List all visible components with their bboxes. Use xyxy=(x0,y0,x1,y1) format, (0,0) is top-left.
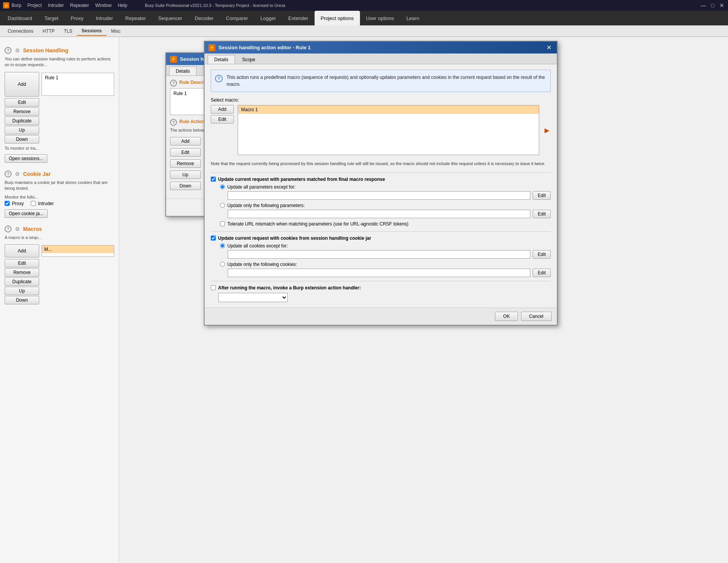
update-all-cookies-label: Update all cookies except for: xyxy=(227,243,288,249)
update-only-params-radio[interactable] xyxy=(220,203,225,208)
action-editor-info-text: This action runs a predefined macro (seq… xyxy=(227,74,546,88)
macro-duplicate-button[interactable]: Duplicate xyxy=(5,277,39,286)
after-running-label: After running the macro, invoke a Burp e… xyxy=(218,285,361,291)
menu-burp[interactable]: Burp xyxy=(12,3,21,8)
all-params-except-input[interactable] xyxy=(228,191,530,200)
minimize-button[interactable]: — xyxy=(700,2,706,8)
update-only-params-radio-row: Update only the following parameters: xyxy=(220,203,551,208)
macro-down-button[interactable]: Down xyxy=(5,296,39,304)
tab-logger[interactable]: Logger xyxy=(254,11,282,25)
action-editor-tab-details[interactable]: Details xyxy=(208,55,235,64)
cookie-jar-desc: Burp maintains a cookie jar that stores … xyxy=(5,180,114,192)
macro-list-item[interactable]: M... xyxy=(42,246,114,253)
cookie-jar-help-icon[interactable]: ? xyxy=(5,170,12,177)
rule-action-edit-button[interactable]: Edit xyxy=(170,148,201,157)
session-rule-editor-tab-details[interactable]: Details xyxy=(169,67,197,75)
subnav-connections[interactable]: Connections xyxy=(3,27,38,35)
session-down-button[interactable]: Down xyxy=(5,135,39,144)
session-handling-help-icon[interactable]: ? xyxy=(5,47,12,54)
tab-target[interactable]: Target xyxy=(38,11,65,25)
macro-remove-button[interactable]: Remove xyxy=(5,268,39,277)
close-button[interactable]: ✕ xyxy=(719,2,725,8)
action-editor-cancel-button[interactable]: Cancel xyxy=(521,312,551,321)
all-params-except-edit-button[interactable]: Edit xyxy=(533,191,551,200)
tab-decoder[interactable]: Decoder xyxy=(188,11,220,25)
subnav-misc[interactable]: Misc xyxy=(107,27,125,35)
only-params-input[interactable] xyxy=(228,210,530,218)
macro-select-add-button[interactable]: Add xyxy=(211,105,234,114)
update-all-cookies-radio[interactable] xyxy=(220,243,225,248)
rule-desc-help-icon[interactable]: ? xyxy=(170,80,177,87)
action-editor-close[interactable]: ✕ xyxy=(545,44,553,51)
session-edit-button[interactable]: Edit xyxy=(5,98,39,107)
intruder-checkbox[interactable] xyxy=(31,201,36,206)
session-up-button[interactable]: Up xyxy=(5,126,39,134)
session-rule-list: Rule 1 xyxy=(42,73,114,96)
rule-actions-help-icon[interactable]: ? xyxy=(170,119,177,126)
all-cookies-except-edit-button[interactable]: Edit xyxy=(533,250,551,259)
macro-select-area: Add Edit Macro 1 ▶ xyxy=(211,105,551,155)
proxy-checkbox[interactable] xyxy=(5,201,10,206)
macro-select-edit-button[interactable]: Edit xyxy=(211,115,234,124)
cookie-jar-gear-icon: ⚙ xyxy=(14,170,21,177)
update-params-checkbox[interactable] xyxy=(211,177,216,182)
only-cookies-input[interactable] xyxy=(228,269,530,277)
tab-comparer[interactable]: Comparer xyxy=(220,11,254,25)
rule-action-remove-button[interactable]: Remove xyxy=(170,159,201,168)
menu-project[interactable]: Project xyxy=(27,3,42,8)
session-duplicate-button[interactable]: Duplicate xyxy=(5,117,39,125)
subnav-tls[interactable]: TLS xyxy=(59,27,77,35)
action-editor-ok-button[interactable]: OK xyxy=(495,312,518,321)
update-all-params-radio[interactable] xyxy=(220,184,225,189)
update-cookies-checkbox[interactable] xyxy=(211,236,216,241)
macro-edit-button[interactable]: Edit xyxy=(5,259,39,267)
rule-action-down-button[interactable]: Down xyxy=(170,182,201,190)
tab-project-options[interactable]: Project options xyxy=(315,11,360,25)
session-remove-button[interactable]: Remove xyxy=(5,107,39,116)
maximize-button[interactable]: □ xyxy=(710,2,716,8)
extension-handler-dropdown[interactable] xyxy=(218,293,288,302)
open-sessions-button[interactable]: Open sessions... xyxy=(5,154,47,163)
rule-action-up-button[interactable]: Up xyxy=(170,170,201,179)
only-cookies-edit-button[interactable]: Edit xyxy=(533,269,551,277)
tab-sequencer[interactable]: Sequencer xyxy=(152,11,188,25)
tab-learn[interactable]: Learn xyxy=(400,11,425,25)
app-icon: ⚡ xyxy=(3,2,9,8)
macro-add-button[interactable]: Add xyxy=(5,244,39,257)
rule-action-add-button[interactable]: Add xyxy=(170,137,201,145)
tab-dashboard[interactable]: Dashboard xyxy=(2,11,38,25)
all-cookies-except-input[interactable] xyxy=(228,250,530,259)
session-rule-item[interactable]: Rule 1 xyxy=(43,74,113,82)
menu-bar: Burp Project Intruder Repeater Window He… xyxy=(12,3,127,8)
macros-help-icon[interactable]: ? xyxy=(5,226,12,232)
macros-desc: A macro is a sequ... xyxy=(5,235,114,241)
subnav-sessions[interactable]: Sessions xyxy=(77,27,107,36)
menu-repeater[interactable]: Repeater xyxy=(70,3,89,8)
all-params-input-row: Edit xyxy=(220,191,551,200)
session-add-button[interactable]: Add xyxy=(5,72,39,97)
tab-user-options[interactable]: User options xyxy=(360,11,400,25)
tolerate-checkbox[interactable] xyxy=(220,221,225,226)
update-only-params-label: Update only the following parameters: xyxy=(227,203,305,208)
menu-help[interactable]: Help xyxy=(118,3,127,8)
tab-extender[interactable]: Extender xyxy=(282,11,315,25)
subnav-http[interactable]: HTTP xyxy=(38,27,59,35)
update-only-cookies-radio[interactable] xyxy=(220,262,225,267)
menu-window[interactable]: Window xyxy=(95,3,112,8)
after-running-checkbox[interactable] xyxy=(211,285,216,290)
tab-repeater[interactable]: Repeater xyxy=(119,11,152,25)
cookie-jar-monitor-label: Monitor the follo... xyxy=(5,195,114,199)
action-editor-tab-scope[interactable]: Scope xyxy=(236,55,262,64)
session-handling-header: ? ⚙ Session Handling xyxy=(5,47,114,54)
menu-intruder[interactable]: Intruder xyxy=(48,3,64,8)
update-cookies-label: Update current request with cookies from… xyxy=(218,236,371,241)
macro-select-item[interactable]: Macro 1 xyxy=(238,105,539,114)
only-params-edit-button[interactable]: Edit xyxy=(533,210,551,218)
action-editor-body: ? This action runs a predefined macro (s… xyxy=(205,64,557,307)
session-handling-desc: You can define session handling rules to… xyxy=(5,56,114,68)
tab-intruder[interactable]: Intruder xyxy=(90,11,119,25)
divider-1 xyxy=(211,172,551,173)
open-cookie-jar-button[interactable]: Open cookie ja... xyxy=(5,209,48,218)
macro-up-button[interactable]: Up xyxy=(5,287,39,295)
tab-proxy[interactable]: Proxy xyxy=(65,11,90,25)
